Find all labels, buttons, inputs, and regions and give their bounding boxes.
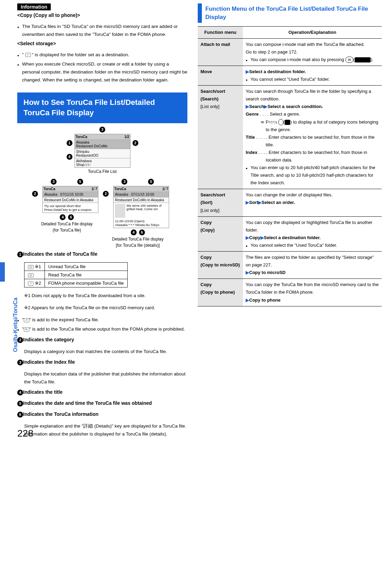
right-column: Function Menu of the ToruCa File List/De… xyxy=(194,3,389,439)
text: [List only] xyxy=(200,104,219,109)
state-heading: 1Indicates the state of ToruCa file xyxy=(17,251,187,257)
table-row: Copy (Copy to microSD) The files are cop… xyxy=(198,252,382,279)
sec4-heading: 4Indicates the title xyxy=(17,389,187,395)
fn-copy-microsd: Copy (Copy to microSD) xyxy=(198,252,243,279)
text: " is displayed for the folder set as a d… xyxy=(32,52,129,57)
text: [List only] xyxy=(200,208,219,213)
no-output-icon: ⊠ xyxy=(24,327,29,332)
sec6-body: Simple explanation and the "詳細 (Details)… xyxy=(24,422,187,438)
arrow-icon: ▶ xyxy=(264,104,267,109)
footnote-1: ※1 Does not apply to the ToruCa file dow… xyxy=(24,292,187,300)
state-table: ▤ ※1Unread ToruCa file ▥Read ToruCa file… xyxy=(24,262,128,287)
text: You can compose i-mode mail with the Tor… xyxy=(246,42,365,47)
text: Sort xyxy=(249,200,258,205)
section-title-blue: How to See ToruCa File List/Detailed Tor… xyxy=(17,92,187,124)
mail-key-icon: ✉ xyxy=(278,119,283,125)
text: You can copy the ToruCa file from the mi… xyxy=(246,282,379,295)
text: You can change the order of displayed fi… xyxy=(246,192,333,197)
text: 1/2 xyxy=(125,135,129,139)
function-menu-title: Function Menu of the ToruCa File List/De… xyxy=(205,5,382,21)
figure-caption-det2b: [for ToruCa file (details)] xyxy=(103,243,173,248)
destination-folder-icon: ▸ xyxy=(25,53,31,57)
text: Indicates the category xyxy=(23,337,74,342)
text: You cannot select the "Used ToruCa" fold… xyxy=(246,242,379,249)
document-page: Osaifu-Keitai/ToruCa Information <Copy (… xyxy=(0,0,392,442)
text: You can compose i-mode mail also by pres… xyxy=(251,57,345,62)
select-storage-heading: <Select storage> xyxy=(17,41,187,46)
arrow-icon: ▶ xyxy=(246,297,249,303)
copy-heading: <Copy (Copy all to phone)> xyxy=(17,12,187,18)
card-read-icon: ▥ xyxy=(28,273,33,277)
text: . . . . xyxy=(259,111,270,117)
state-incompat-text: FOMA phone incompatible ToruCa file xyxy=(45,279,127,287)
callout-3b: 3 xyxy=(51,179,57,185)
callout-1: 1 xyxy=(67,140,72,146)
text: Copy xyxy=(200,220,212,225)
text: Search/sort xyxy=(200,89,225,94)
text: ToruCa xyxy=(43,187,55,191)
text: (Copy) xyxy=(200,227,215,233)
fn-attach-desc: You can compose i-mode mail with the Tor… xyxy=(243,38,382,66)
table-row: Move ▶Select a destination folder. You c… xyxy=(198,66,382,85)
arrow-icon: ▶ xyxy=(246,235,249,240)
text: You can enter up to 20 full-pitch/40 hal… xyxy=(246,164,379,187)
text: Restaurant DoCoMo in Akasaka xyxy=(115,198,164,202)
text: Copy xyxy=(249,235,261,240)
table-row: Search/sort (Sort) [List only] You can c… xyxy=(198,189,382,216)
callout-6-label: 6 xyxy=(17,412,23,418)
footnote-expired: "◔" is add to the expired ToruCa file. xyxy=(17,316,187,324)
phone-mock-list: ToruCa1/2 AkasakaRestaurant DoCoMo Shinj… xyxy=(75,134,130,168)
text: You can search through ToruCa file in th… xyxy=(246,89,371,101)
fn-copy-desc: You can copy the displayed or highlighte… xyxy=(243,216,382,251)
fn-move-desc: ▶Select a destination folder. You cannot… xyxy=(243,66,382,85)
text: ). xyxy=(371,57,373,62)
callout-5b: 5 xyxy=(148,179,154,185)
fn-search-desc: You can search through ToruCa file in th… xyxy=(243,86,382,189)
text: Indicates the state of ToruCa file xyxy=(23,251,97,257)
side-tab-marker xyxy=(0,262,5,282)
text: ToruCa xyxy=(114,187,126,191)
table-row: Copy (Copy) You can copy the displayed o… xyxy=(198,216,382,251)
text: 07/11/15 10:00 xyxy=(131,193,154,196)
fn-copy-phone: Copy (Copy to phone) xyxy=(198,279,243,306)
fn-search: Search/sort (Search) [List only] xyxy=(198,86,243,189)
function-menu-title-box: Function Menu of the ToruCa File List/De… xyxy=(198,3,382,23)
text: Indicates the ToruCa information xyxy=(23,411,98,417)
text: (Copy to microSD) xyxy=(200,262,240,267)
text: Akasaka xyxy=(76,140,89,144)
callout-3-label: 3 xyxy=(17,360,23,365)
callout-4b: 4 xyxy=(60,214,66,220)
information-label: Information xyxy=(17,3,51,10)
text: Go to step 2 on page 172. xyxy=(246,49,297,55)
callout-1-label: 1 xyxy=(17,252,23,257)
callout-4-label: 4 xyxy=(17,390,23,395)
sec3-heading: 3Indicates the Index file xyxy=(17,359,187,365)
text: Copy xyxy=(200,282,212,287)
arrow-icon: ▶ xyxy=(246,200,249,205)
arrow-icon: ▶ xyxy=(246,270,249,275)
text: The files are copied to the folder as sp… xyxy=(246,255,374,267)
copy-body: The ToruCa files in "SD ToruCa" on the m… xyxy=(17,23,187,39)
text: Select a destination folder. xyxy=(264,235,321,240)
table-row: Attach to mail You can compose i-mode ma… xyxy=(198,38,382,66)
text: Search/sort xyxy=(200,192,225,197)
text: Enter characters to be searched for, fro… xyxy=(266,135,374,147)
icon-read: ▥ xyxy=(24,271,45,279)
black-key-icon xyxy=(355,57,371,62)
callout-2b: 2 xyxy=(32,191,38,197)
callout-4: 4 xyxy=(67,154,72,160)
text: Enter characters to be searched for, fro… xyxy=(266,150,367,163)
text: Akihabara xyxy=(76,159,92,163)
text: Select a search condition. xyxy=(267,104,323,109)
text: You can copy the displayed or highlighte… xyxy=(246,220,372,233)
sec2-heading: 2Indicates the category xyxy=(17,337,187,343)
icon-incompat: ✕ ※2 xyxy=(24,279,45,287)
card-incompat-icon: ✕ xyxy=(28,282,33,286)
phone-mock-detail-1: ToruCa1/ 7 Akasaka 07/11/15 10:00 Restau… xyxy=(42,186,98,213)
fn-copy-microsd-desc: The files are copied to the folder as sp… xyxy=(243,252,382,279)
text: Title xyxy=(246,135,255,140)
text: " is add to the ToruCa file whose output… xyxy=(29,326,185,332)
figure-caption-det1b: (for ToruCa file) xyxy=(32,228,102,233)
fn-copy: Copy (Copy) xyxy=(198,216,243,251)
callout-2: 2 xyxy=(133,140,138,146)
